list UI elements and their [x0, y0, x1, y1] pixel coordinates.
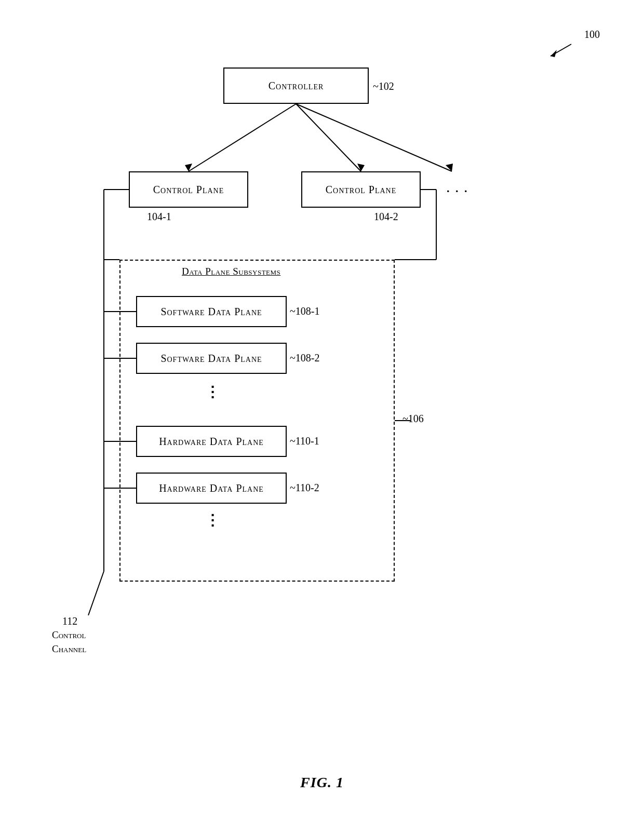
figure-label: FIG. 1	[300, 774, 344, 791]
svg-marker-1	[551, 50, 557, 57]
hardware-data-plane-2-ref: ~110-2	[290, 482, 319, 494]
ref-100-label: 100	[584, 29, 600, 41]
svg-line-4	[296, 104, 361, 171]
svg-marker-3	[185, 164, 192, 171]
svg-line-19	[88, 571, 104, 615]
control-plane-1-ref: 104-1	[147, 211, 171, 223]
data-plane-subsystems-ref: ~106	[403, 413, 424, 425]
hardware-data-plane-2-label: Hardware Data Plane	[159, 481, 264, 495]
svg-marker-7	[446, 164, 453, 171]
software-data-plane-1-box: Software Data Plane	[136, 296, 287, 327]
diagram: 100 Controller ~102 . . . Control Plane …	[0, 0, 644, 822]
data-plane-subsystems-title: Data Plane Subsystems	[182, 266, 280, 277]
software-data-plane-2-box: Software Data Plane	[136, 343, 287, 374]
vertical-dots-1: ⋮	[205, 383, 220, 400]
hardware-data-plane-2-box: Hardware Data Plane	[136, 473, 287, 504]
controller-ref: ~102	[373, 80, 394, 92]
svg-line-6	[296, 104, 452, 171]
software-data-plane-2-ref: ~108-2	[290, 352, 319, 364]
control-channel-label: ControlChannel	[52, 628, 86, 656]
controller-box: Controller	[223, 68, 369, 104]
hardware-data-plane-1-ref: ~110-1	[290, 435, 319, 447]
hardware-data-plane-1-label: Hardware Data Plane	[159, 435, 264, 448]
control-plane-2-ref: 104-2	[374, 211, 398, 223]
software-data-plane-2-label: Software Data Plane	[160, 352, 262, 365]
software-data-plane-1-ref: ~108-1	[290, 305, 319, 317]
svg-line-2	[189, 104, 296, 171]
software-data-plane-1-label: Software Data Plane	[160, 305, 262, 318]
hardware-data-plane-1-box: Hardware Data Plane	[136, 426, 287, 457]
controller-label: Controller	[269, 79, 324, 92]
horizontal-dots: . . .	[447, 182, 469, 195]
control-plane-1-label: Control Plane	[153, 183, 224, 196]
vertical-dots-2: ⋮	[205, 511, 220, 529]
svg-line-0	[551, 44, 571, 56]
control-plane-2-box: Control Plane	[301, 171, 421, 208]
control-channel-ref: 112	[62, 615, 77, 627]
control-plane-1-box: Control Plane	[129, 171, 248, 208]
svg-marker-5	[357, 164, 365, 171]
control-plane-2-label: Control Plane	[326, 183, 397, 196]
